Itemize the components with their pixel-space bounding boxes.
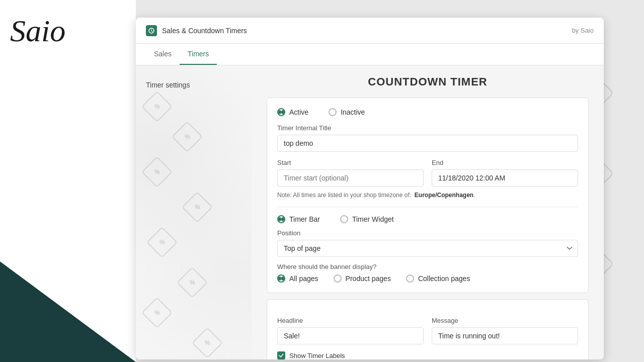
start-col: Start [277, 159, 424, 187]
tab-sales[interactable]: Sales [146, 44, 180, 65]
page-title: COUNTDOWN TIMER [267, 75, 589, 88]
app-icon [146, 25, 157, 36]
product-pages-label: Product pages [346, 275, 391, 283]
headline-message-card: Headline Message [267, 299, 589, 359]
banner-display-label: Where should the banner display? [277, 263, 578, 270]
app-title: Sales & Countdown Timers [162, 27, 247, 35]
active-radio[interactable]: Active [277, 108, 308, 116]
sidebar-percent-icon: % [141, 156, 173, 188]
sidebar-percent-icon: % [192, 327, 223, 358]
top-bar: Sales & Countdown Timers by Saio [136, 18, 604, 44]
timer-bar-radio[interactable]: Timer Bar [277, 215, 320, 223]
show-timer-labels-checkbox[interactable]: Show Timer Labels [277, 351, 578, 359]
active-label: Active [289, 108, 308, 116]
sidebar-title: Timer settings [146, 81, 190, 89]
headline-label: Headline [277, 317, 424, 324]
start-label: Start [277, 159, 424, 166]
end-input[interactable] [432, 169, 578, 187]
inactive-radio-circle [329, 108, 337, 116]
message-col: Message [432, 317, 578, 344]
timer-widget-radio-circle [340, 215, 348, 223]
banner-options: All pages Product pages Collection pages [277, 275, 578, 283]
timer-type-group: Timer Bar Timer Widget [277, 215, 578, 223]
nav-tabs: Sales Timers [136, 44, 604, 65]
status-card: Active Inactive Timer Internal Title Sta… [267, 98, 589, 293]
sidebar: % % % % % % % % Timer settings [136, 65, 252, 359]
position-select[interactable]: Top of page Bottom of page [277, 240, 578, 257]
end-label: End [432, 159, 578, 166]
internal-title-label: Timer Internal Title [277, 124, 578, 132]
sidebar-percent-icon: % [141, 297, 173, 328]
sidebar-percent-icon: % [141, 91, 173, 122]
sidebar-percent-icon: % [146, 227, 178, 258]
app-logo: Saio [10, 15, 65, 46]
timer-widget-radio[interactable]: Timer Widget [340, 215, 394, 223]
product-pages-radio-circle [334, 275, 342, 283]
inactive-label: Inactive [341, 108, 365, 116]
collection-pages-radio[interactable]: Collection pages [406, 275, 470, 283]
internal-title-input[interactable] [277, 135, 578, 152]
divider [277, 207, 578, 207]
banner-display-section: Where should the banner display? All pag… [277, 263, 578, 283]
message-label: Message [432, 317, 578, 324]
top-bar-left: Sales & Countdown Timers [146, 25, 247, 36]
headline-input[interactable] [277, 327, 424, 344]
collection-pages-label: Collection pages [418, 275, 470, 283]
tab-timers[interactable]: Timers [180, 44, 217, 65]
timer-bar-radio-circle [277, 215, 285, 223]
timezone-note: Note: All times are listed in your shop … [277, 192, 578, 199]
sidebar-percent-icon: % [172, 121, 203, 152]
show-timer-labels-text: Show Timer Labels [289, 352, 345, 359]
status-radio-group: Active Inactive [277, 108, 578, 116]
headline-message-row: Headline Message [277, 317, 578, 344]
sidebar-percent-icon: % [177, 267, 208, 298]
all-pages-radio[interactable]: All pages [277, 275, 318, 283]
end-col: End [432, 159, 578, 187]
start-end-row: Start End [277, 159, 578, 187]
form-area: COUNTDOWN TIMER Active Inactive [252, 65, 604, 359]
show-timer-labels-check [277, 351, 285, 359]
headline-col: Headline [277, 317, 424, 344]
start-input[interactable] [277, 169, 424, 187]
main-content: % % % % % % % % Timer settings COUNTDOWN… [136, 65, 604, 359]
all-pages-label: All pages [289, 275, 318, 283]
app-window: Sales & Countdown Timers by Saio Sales T… [136, 18, 604, 359]
sidebar-percent-icon: % [182, 192, 213, 223]
byline: by Saio [572, 27, 594, 34]
active-radio-circle [277, 108, 285, 116]
collection-pages-radio-circle [406, 275, 414, 283]
timer-widget-label: Timer Widget [352, 215, 394, 223]
timer-bar-label: Timer Bar [289, 215, 320, 223]
position-label: Position [277, 229, 578, 237]
inactive-radio[interactable]: Inactive [329, 108, 365, 116]
show-timer-labels-row: Show Timer Labels [277, 351, 578, 359]
message-input[interactable] [432, 327, 578, 344]
all-pages-radio-circle [277, 275, 285, 283]
product-pages-radio[interactable]: Product pages [334, 275, 391, 283]
